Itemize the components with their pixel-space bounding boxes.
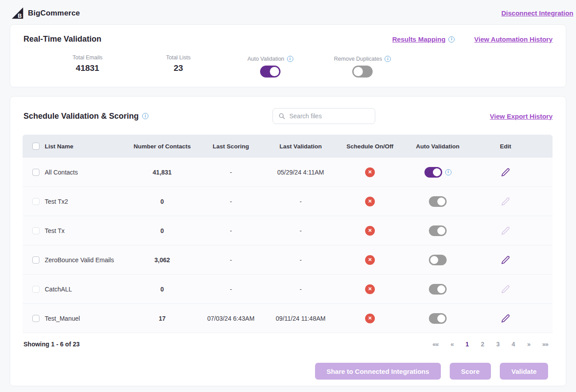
view-export-history-link[interactable]: View Export History [490,113,553,120]
last-validation: 09/11/24 11:48AM [264,315,337,322]
bigcommerce-logo-icon: B [12,7,23,19]
page-button[interactable]: 3 [496,341,500,348]
column-header-schedule: Schedule On/Off [337,143,403,150]
row-checkbox[interactable] [32,315,39,322]
last-scoring: - [198,256,264,264]
info-icon[interactable]: i [445,169,451,175]
last-scoring: - [198,169,264,176]
view-automation-history-link[interactable]: View Automation History [474,35,553,43]
table-row: All Contacts 41,831 - 05/29/24 4:11AM ✕ … [23,158,553,187]
row-checkbox[interactable] [32,169,39,176]
row-checkbox[interactable] [32,256,39,264]
edit-button [501,197,510,206]
search-input[interactable] [289,113,370,120]
auto-validation-toggle[interactable] [429,225,447,236]
info-icon[interactable]: i [287,56,293,62]
realtime-validation-card: Real-Time Validation Results Mapping i V… [10,24,566,87]
row-checkbox[interactable] [32,286,39,293]
auto-validation-block: Auto Validation i [233,54,308,79]
page-button[interactable]: 4 [512,341,515,348]
table-row: Test Tx 0 - - ✕ [23,216,553,245]
contacts-count: 0 [127,286,198,293]
list-name: ZeroBounce Valid Emails [45,256,114,264]
info-icon[interactable]: i [448,36,455,43]
page-button[interactable]: 2 [481,341,484,348]
search-icon [278,113,285,120]
edit-button[interactable] [501,314,510,323]
table-row: Test Tx2 0 - - ✕ [23,187,553,216]
brand: B BigCommerce [12,7,80,19]
showing-label: Showing 1 - 6 of 23 [23,341,80,348]
page-button[interactable]: » [527,341,530,348]
schedule-off-icon[interactable]: ✕ [365,226,375,236]
remove-duplicates-toggle[interactable] [352,66,373,78]
page-button[interactable]: «« [432,341,439,348]
row-checkbox[interactable] [32,227,39,234]
search-box[interactable] [272,108,375,124]
auto-validation-toggle[interactable] [260,66,280,78]
column-header-edit: Edit [473,143,538,150]
list-name: Test_Manuel [45,315,80,322]
contacts-count: 3,062 [127,256,198,264]
schedule-off-icon[interactable]: ✕ [365,284,375,294]
contacts-count: 17 [127,315,198,322]
score-button[interactable]: Score [450,363,491,380]
last-scoring: - [198,286,264,293]
list-name: Test Tx [45,227,65,234]
validate-button[interactable]: Validate [500,363,548,380]
auto-validation-toggle[interactable] [429,313,447,324]
edit-button[interactable] [501,255,510,265]
top-bar: B BigCommerce Disconnect Integration [0,0,576,24]
last-validation: - [264,198,337,205]
total-emails-label: Total Emails [51,54,124,61]
total-lists-value: 23 [142,63,215,73]
list-name: CatchALL [45,286,72,293]
brand-name: BigCommerce [28,9,80,18]
disconnect-integration-link[interactable]: Disconnect Integration [501,9,573,17]
schedule-off-icon[interactable]: ✕ [365,255,375,265]
edit-button[interactable] [501,167,510,177]
auto-validation-toggle[interactable] [429,284,447,295]
page-button[interactable]: 1 [465,341,469,348]
table-row: Test_Manuel 17 07/03/24 6:43AM 09/11/24 … [23,304,553,333]
total-emails-stat: Total Emails 41831 [51,54,124,73]
total-lists-label: Total Lists [142,54,215,61]
schedule-off-icon[interactable]: ✕ [365,167,375,177]
page-button[interactable]: « [451,341,454,348]
schedule-off-icon[interactable]: ✕ [365,197,375,206]
auto-validation-toggle[interactable] [424,167,442,178]
column-header-last-validation: Last Validation [264,143,337,150]
column-header-list-name: List Name [45,143,74,150]
contacts-count: 41,831 [127,169,198,176]
last-scoring: - [198,198,264,205]
total-lists-stat: Total Lists 23 [142,54,215,73]
schedule-validation-card: Schedule Validation & Scoring i View Exp… [10,96,566,386]
last-validation: - [264,256,337,264]
share-to-integrations-button[interactable]: Share to Connected Integrations [315,363,441,380]
page-button[interactable]: »» [542,341,548,348]
column-header-last-scoring: Last Scoring [198,143,264,150]
table-header-row: List Name Number of Contacts Last Scorin… [23,135,553,158]
column-header-auto-validation: Auto Validation [403,143,473,150]
edit-button [501,284,510,294]
last-validation: 05/29/24 4:11AM [264,169,337,176]
row-checkbox[interactable] [32,198,39,205]
schedule-off-icon[interactable]: ✕ [365,314,375,323]
results-mapping-link[interactable]: Results Mapping [392,35,445,43]
lists-table: List Name Number of Contacts Last Scorin… [23,135,553,333]
auto-validation-toggle[interactable] [429,255,447,265]
auto-validation-label: Auto Validation [247,56,284,62]
remove-duplicates-label: Remove Duplicates [334,56,382,62]
info-icon[interactable]: i [142,113,148,119]
edit-button [501,226,510,236]
last-scoring: 07/03/24 6:43AM [198,315,264,322]
contacts-count: 0 [127,198,198,205]
last-validation: - [264,286,337,293]
select-all-checkbox[interactable] [32,143,39,150]
info-icon[interactable]: i [385,56,391,62]
schedule-title: Schedule Validation & Scoring [23,112,139,121]
last-validation: - [264,227,337,234]
last-scoring: - [198,227,264,234]
total-emails-value: 41831 [51,63,124,73]
auto-validation-toggle[interactable] [429,196,447,207]
